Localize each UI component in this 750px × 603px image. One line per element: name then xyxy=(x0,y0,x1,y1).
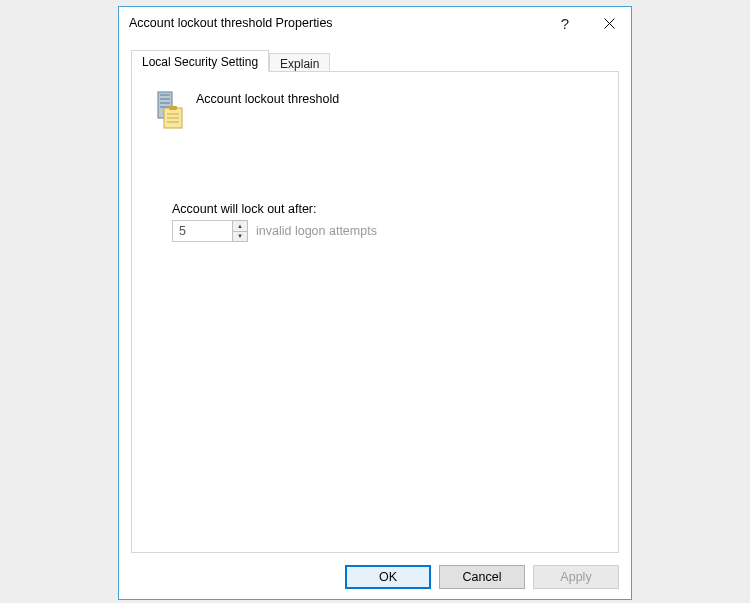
client-area: Local Security Setting Explain xyxy=(131,49,619,553)
lockout-threshold-input[interactable] xyxy=(172,220,232,242)
close-button[interactable] xyxy=(587,7,631,39)
dialog-buttons: OK Cancel Apply xyxy=(345,565,619,589)
lockout-threshold-row: ▲ ▼ invalid logon attempts xyxy=(172,220,598,242)
svg-rect-3 xyxy=(160,94,170,96)
svg-rect-9 xyxy=(169,106,177,110)
tab-page-local: Account lockout threshold Account will l… xyxy=(131,71,619,553)
titlebar: Account lockout threshold Properties ? xyxy=(119,7,631,39)
chevron-up-icon: ▲ xyxy=(237,223,243,229)
tab-label: Local Security Setting xyxy=(142,55,258,69)
chevron-down-icon: ▼ xyxy=(237,233,243,239)
button-label: Apply xyxy=(560,570,591,584)
tab-label: Explain xyxy=(280,57,319,71)
spinner-arrows: ▲ ▼ xyxy=(232,220,248,242)
button-label: OK xyxy=(379,570,397,584)
policy-header: Account lockout threshold xyxy=(152,90,598,130)
button-label: Cancel xyxy=(463,570,502,584)
spinner-down-button[interactable]: ▼ xyxy=(232,231,248,243)
window-title: Account lockout threshold Properties xyxy=(129,16,543,30)
tab-local-security-setting[interactable]: Local Security Setting xyxy=(131,50,269,72)
tab-explain[interactable]: Explain xyxy=(269,53,330,73)
properties-dialog: Account lockout threshold Properties ? L… xyxy=(118,6,632,600)
spinner-up-button[interactable]: ▲ xyxy=(232,220,248,231)
lockout-threshold-unit: invalid logon attempts xyxy=(256,224,377,238)
help-icon: ? xyxy=(561,15,569,32)
policy-icon xyxy=(152,90,184,130)
lockout-threshold-spinner: ▲ ▼ xyxy=(172,220,248,242)
policy-name: Account lockout threshold xyxy=(196,90,339,106)
apply-button[interactable]: Apply xyxy=(533,565,619,589)
lockout-threshold-field: Account will lock out after: ▲ ▼ xyxy=(172,202,598,242)
lockout-threshold-label: Account will lock out after: xyxy=(172,202,598,216)
help-button[interactable]: ? xyxy=(543,7,587,39)
svg-rect-4 xyxy=(160,98,170,100)
close-icon xyxy=(604,18,615,29)
cancel-button[interactable]: Cancel xyxy=(439,565,525,589)
svg-rect-5 xyxy=(160,102,170,104)
tabstrip: Local Security Setting Explain xyxy=(131,49,619,71)
ok-button[interactable]: OK xyxy=(345,565,431,589)
